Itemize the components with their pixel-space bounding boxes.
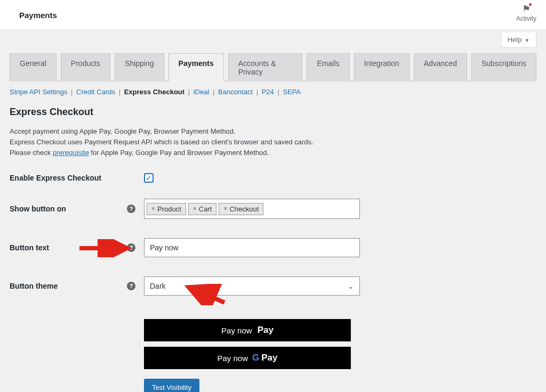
tab-shipping[interactable]: Shipping [115, 53, 164, 81]
subtab-ideal[interactable]: iDeal [194, 88, 210, 96]
button-text-label: Button text [10, 243, 127, 252]
show-button-on-input[interactable]: ×Product ×Cart ×Checkout [144, 199, 360, 219]
section-heading: Express Checkout [10, 107, 536, 118]
button-theme-select[interactable]: Dark ⌄ [144, 276, 360, 296]
apple-pay-preview-button[interactable]: Pay now Pay [144, 319, 351, 341]
test-visibility-button[interactable]: Test Visibility [144, 379, 199, 392]
subtab-sepa[interactable]: SEPA [283, 88, 301, 96]
tag-checkout[interactable]: ×Checkout [219, 203, 263, 215]
tab-subscriptions[interactable]: Subscriptions [471, 53, 536, 81]
tab-advanced[interactable]: Advanced [414, 53, 467, 81]
flag-icon: ⚑ [522, 3, 531, 15]
payments-subtabs: Stripe API Settings | Credit Cards | Exp… [10, 81, 536, 99]
activity-label: Activity [516, 15, 536, 22]
button-theme-label: Button theme [10, 282, 127, 290]
close-icon[interactable]: × [151, 205, 155, 213]
google-icon: G [252, 353, 259, 363]
tag-cart[interactable]: ×Cart [188, 203, 217, 215]
help-icon[interactable]: ? [127, 243, 135, 252]
tab-general[interactable]: General [10, 53, 57, 81]
subtab-stripe-api[interactable]: Stripe API Settings [10, 88, 67, 96]
tag-product[interactable]: ×Product [147, 203, 186, 215]
close-icon[interactable]: × [193, 205, 197, 213]
tab-accounts-privacy[interactable]: Accounts & Privacy [228, 53, 303, 81]
prerequisite-link[interactable]: prerequisite [53, 149, 89, 157]
tab-emails[interactable]: Emails [307, 53, 349, 81]
show-button-on-label: Show button on [10, 205, 127, 213]
enable-checkbox[interactable]: ✓ [144, 173, 154, 183]
tab-integration[interactable]: Integration [354, 53, 410, 81]
activity-button[interactable]: ⚑ Activity [516, 3, 536, 22]
chevron-down-icon: ▼ [525, 38, 529, 43]
help-label: Help [508, 36, 522, 44]
help-toggle[interactable]: Help ▼ [501, 32, 536, 47]
close-icon[interactable]: × [223, 205, 227, 213]
tab-payments[interactable]: Payments [168, 53, 224, 81]
google-pay-preview-button[interactable]: Pay now G Pay [144, 347, 351, 369]
subtab-express-checkout[interactable]: Express Checkout [124, 88, 184, 96]
enable-label: Enable Express Checkout [10, 174, 127, 182]
help-icon[interactable]: ? [127, 282, 135, 290]
help-icon[interactable]: ? [127, 205, 135, 213]
button-text-input[interactable] [144, 238, 360, 257]
chevron-down-icon: ⌄ [348, 282, 354, 290]
page-title: Payments [19, 11, 57, 20]
subtab-p24[interactable]: P24 [262, 88, 274, 96]
section-description: Accept payment using Apple Pay, Google P… [10, 126, 536, 158]
subtab-bancontact[interactable]: Bancontact [218, 88, 253, 96]
subtab-credit-cards[interactable]: Credit Cards [76, 88, 115, 96]
tab-products[interactable]: Products [61, 53, 110, 81]
settings-tabs: General Products Shipping Payments Accou… [10, 53, 536, 81]
